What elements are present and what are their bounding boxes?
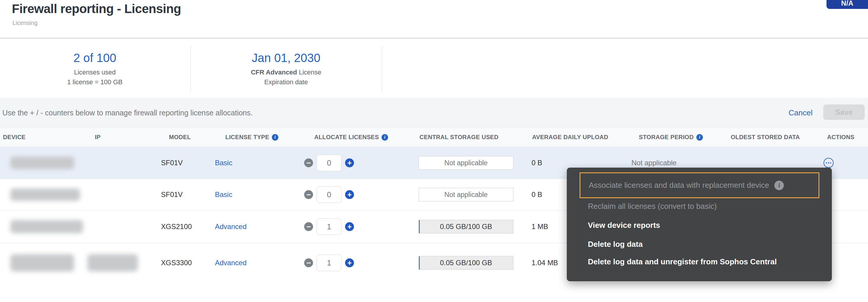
menu-item-reclaim-licenses[interactable]: Reclaim all licenses (convert to basic): [567, 200, 832, 213]
page-title: Firewall reporting - Licensing: [12, 2, 181, 16]
decrease-license-button[interactable]: −: [304, 259, 313, 267]
col-device: DEVICE: [3, 128, 26, 147]
ip-redacted: [88, 243, 138, 283]
col-ip: IP: [95, 128, 101, 147]
allocation-toolbar: Use the + / - counters below to manage f…: [0, 98, 868, 127]
central-storage-cell: 0.05 GB/100 GB: [418, 211, 514, 243]
actions-ellipsis-icon[interactable]: [824, 158, 834, 168]
device-name-redacted: [10, 179, 80, 210]
model-cell: SF01V: [161, 147, 183, 179]
menu-item-delete-log-data[interactable]: Delete log data: [567, 238, 832, 251]
col-model: MODEL: [169, 128, 191, 147]
divider: [190, 46, 191, 92]
daily-upload-cell: 1 MB: [531, 211, 548, 243]
actions-context-menu: Associate licenses and data with replace…: [567, 168, 832, 281]
daily-upload-cell: 0 B: [531, 179, 542, 210]
model-cell: XGS3300: [161, 243, 192, 283]
licenses-used-label: Licenses used 1 license = 100 GB: [67, 67, 123, 87]
increase-license-button[interactable]: +: [345, 222, 354, 231]
central-storage-cell: Not applicable: [418, 179, 514, 210]
expiration-date-card: Jan 01, 2030 CFR Advanced License Expira…: [209, 39, 363, 98]
info-icon[interactable]: i: [381, 134, 388, 141]
col-license-type: LICENSE TYPEi: [225, 128, 278, 147]
decrease-license-button[interactable]: −: [304, 190, 313, 199]
col-oldest-data: OLDEST STORED DATA: [731, 128, 800, 147]
col-allocate-licenses: ALLOCATE LICENSESi: [314, 128, 388, 147]
storage-progress-bar: [419, 256, 420, 269]
menu-item-delete-and-unregister[interactable]: Delete log data and unregister from Soph…: [567, 255, 832, 268]
daily-upload-cell: 0 B: [531, 147, 542, 179]
license-type-link[interactable]: Advanced: [215, 211, 247, 243]
increase-license-button[interactable]: +: [345, 259, 354, 267]
page-header: Firewall reporting - Licensing Licensing…: [0, 0, 868, 38]
expiration-date-label: CFR Advanced License Expiration date: [251, 67, 321, 87]
col-storage-period: STORAGE PERIODi: [639, 128, 703, 147]
decrease-license-button[interactable]: −: [304, 222, 313, 231]
increase-license-button[interactable]: +: [345, 190, 354, 199]
save-button[interactable]: Save: [823, 104, 865, 120]
storage-progress-bar: [419, 220, 420, 233]
col-central-storage: CENTRAL STORAGE USED: [420, 128, 498, 147]
device-name-redacted: [10, 147, 74, 179]
instruction-text: Use the + / - counters below to manage f…: [2, 98, 253, 127]
expiration-date-value: Jan 01, 2030: [252, 51, 320, 65]
breadcrumb: Licensing: [12, 20, 38, 26]
license-count-input[interactable]: [317, 186, 342, 203]
allocate-stepper: − +: [304, 147, 354, 179]
model-cell: XGS2100: [161, 211, 192, 243]
info-icon[interactable]: i: [272, 134, 278, 141]
device-name-redacted: [10, 243, 74, 283]
license-summary: 2 of 100 Licenses used 1 license = 100 G…: [0, 39, 868, 98]
device-name-redacted: [10, 211, 83, 243]
license-count-input[interactable]: [317, 254, 342, 271]
info-icon[interactable]: i: [774, 181, 784, 190]
decrease-license-button[interactable]: −: [304, 158, 313, 167]
col-actions: ACTIONS: [827, 128, 855, 147]
central-storage-cell: Not applicable: [418, 147, 514, 179]
allocate-stepper: − +: [304, 243, 354, 283]
firewall-licensing-page: Firewall reporting - Licensing Licensing…: [0, 0, 868, 302]
cancel-button[interactable]: Cancel: [788, 98, 812, 127]
menu-item-associate-replacement-device[interactable]: Associate licenses and data with replace…: [580, 172, 819, 198]
license-type-link[interactable]: Advanced: [215, 243, 247, 283]
license-count-input[interactable]: [317, 218, 342, 235]
menu-item-view-device-reports[interactable]: View device reports: [567, 219, 832, 232]
model-cell: SF01V: [161, 179, 183, 210]
central-storage-cell: 0.05 GB/100 GB: [418, 243, 514, 283]
info-icon[interactable]: i: [696, 134, 703, 141]
allocate-stepper: − +: [304, 211, 354, 243]
increase-license-button[interactable]: +: [345, 158, 354, 167]
col-daily-upload: AVERAGE DAILY UPLOAD: [532, 128, 608, 147]
table-header: DEVICE IP MODEL LICENSE TYPEi ALLOCATE L…: [0, 127, 868, 147]
status-badge: N/A: [827, 0, 868, 9]
license-type-link[interactable]: Basic: [215, 179, 232, 210]
licenses-used-card: 2 of 100 Licenses used 1 license = 100 G…: [18, 39, 172, 98]
divider: [382, 46, 382, 92]
license-type-link[interactable]: Basic: [215, 147, 232, 179]
licenses-used-value: 2 of 100: [73, 51, 117, 65]
allocate-stepper: − +: [304, 179, 354, 210]
license-count-input[interactable]: [317, 155, 342, 171]
daily-upload-cell: 1.04 MB: [531, 243, 558, 283]
